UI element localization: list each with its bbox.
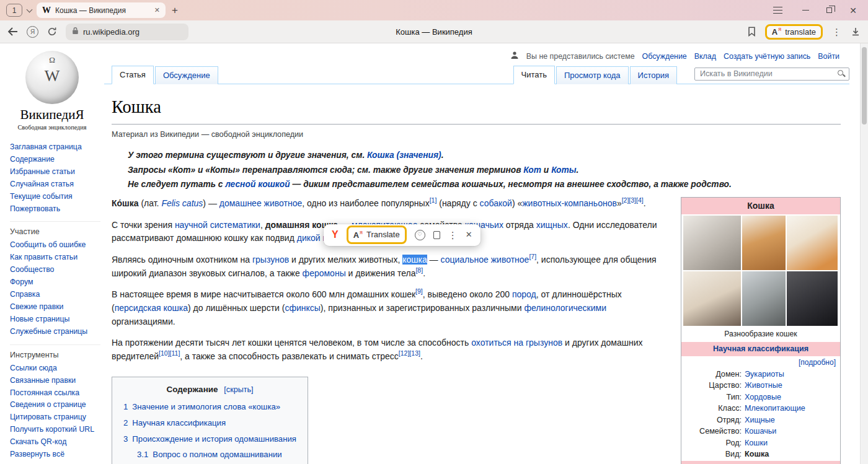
toc-item[interactable]: 3.1Вопрос о полном одомашнивании bbox=[137, 449, 296, 461]
taxon-link[interactable]: Эукариоты bbox=[745, 369, 784, 380]
popup-more-icon[interactable]: ⋮ bbox=[448, 230, 458, 240]
inline-link[interactable]: феромоны bbox=[303, 268, 346, 278]
sidebar-link-special-pages[interactable]: Служебные страницы bbox=[10, 326, 100, 336]
sidebar-link-current-events[interactable]: Текущие события bbox=[10, 191, 100, 201]
tab-read[interactable]: Читать bbox=[513, 66, 555, 84]
sidebar-link-qr-code[interactable]: Скачать QR-код bbox=[10, 437, 100, 447]
scrollbar-thumb[interactable] bbox=[862, 47, 867, 125]
sidebar-link-help[interactable]: Справка bbox=[10, 289, 100, 299]
sidebar-link-expand-all[interactable]: Развернуть всё bbox=[10, 449, 100, 459]
taxon-link[interactable]: Млекопитающие bbox=[745, 403, 805, 414]
chevron-down-icon[interactable] bbox=[27, 6, 33, 12]
new-tab-button[interactable]: + bbox=[172, 5, 178, 15]
taxon-link[interactable]: Животные bbox=[745, 380, 782, 391]
taxobox-details-link[interactable]: [подробно] bbox=[681, 356, 840, 368]
taxon-link[interactable]: Кошачьи bbox=[745, 426, 776, 437]
inline-link[interactable]: Коты bbox=[551, 165, 576, 175]
sidebar-link-community[interactable]: Сообщество bbox=[10, 265, 100, 274]
tab-close-icon[interactable]: ✕ bbox=[154, 6, 160, 14]
more-icon[interactable]: ⋮ bbox=[832, 27, 841, 37]
wikipedia-logo[interactable]: Ω W ВикипедиЯ Свободная энциклопедия bbox=[0, 51, 104, 131]
inline-link[interactable]: собакой bbox=[480, 198, 512, 208]
inline-link[interactable]: грызунов bbox=[252, 255, 289, 265]
reference-link[interactable]: [1] bbox=[430, 196, 437, 204]
popup-close-icon[interactable]: ✕ bbox=[466, 229, 472, 241]
inline-link[interactable]: сфинксы bbox=[285, 303, 320, 313]
personal-link-login[interactable]: Войти bbox=[818, 52, 839, 61]
inline-link[interactable]: персидская кошка bbox=[115, 303, 188, 313]
reload-icon[interactable] bbox=[47, 27, 57, 37]
copy-icon[interactable] bbox=[433, 231, 440, 239]
inline-link[interactable]: лесной кошкой bbox=[225, 180, 290, 189]
toc-item[interactable]: 2Научная классификация bbox=[123, 417, 296, 429]
reference-link[interactable]: [7] bbox=[529, 253, 536, 260]
address-bar[interactable]: ru.wikipedia.org bbox=[66, 24, 188, 40]
tab-history[interactable]: История bbox=[630, 66, 677, 84]
sidebar-link-new-pages[interactable]: Новые страницы bbox=[10, 314, 100, 324]
heart-circle-icon[interactable]: ♡ bbox=[415, 230, 425, 240]
personal-link-contributions[interactable]: Вклад bbox=[694, 52, 716, 61]
inline-link[interactable]: хищных bbox=[536, 220, 568, 230]
sidebar-link-report-error[interactable]: Сообщить об ошибке bbox=[10, 240, 100, 250]
toc-hide-link[interactable]: [скрыть] bbox=[224, 385, 253, 394]
reference-link[interactable]: [9] bbox=[415, 288, 423, 295]
taxon-link[interactable]: Хордовые bbox=[745, 392, 781, 403]
reference-link[interactable]: [8] bbox=[415, 266, 423, 274]
personal-link-create-account[interactable]: Создать учётную запись bbox=[724, 52, 810, 61]
search-icon[interactable] bbox=[838, 70, 843, 76]
sidebar-link-donate[interactable]: Пожертвовать bbox=[10, 204, 100, 214]
inline-link[interactable]: Кот bbox=[523, 165, 541, 175]
download-icon[interactable] bbox=[851, 27, 861, 37]
reference-link[interactable]: [10][11] bbox=[159, 349, 180, 357]
sidebar-link-page-info[interactable]: Сведения о странице bbox=[10, 400, 100, 409]
inline-link[interactable]: пород bbox=[512, 289, 536, 299]
restore-icon[interactable] bbox=[826, 7, 832, 13]
toolbar-translate-button[interactable]: Aя translate bbox=[765, 24, 823, 40]
popup-translate-button[interactable]: Aя Translate bbox=[347, 225, 407, 244]
sidebar-link-short-url[interactable]: Получить короткий URL bbox=[10, 424, 100, 434]
inline-link[interactable]: фелинологическими bbox=[524, 303, 606, 313]
taxon-link[interactable]: Кошки bbox=[745, 438, 768, 449]
black-cat-photo[interactable] bbox=[787, 271, 838, 326]
taxobox-classification-header[interactable]: Научная классификация bbox=[681, 342, 840, 356]
sidebar-link-related-changes[interactable]: Связанные правки bbox=[10, 375, 100, 385]
inline-link[interactable]: научной систематики bbox=[175, 220, 260, 230]
inline-link[interactable]: Felis catus bbox=[161, 198, 203, 208]
inline-link[interactable]: охотиться на грызунов bbox=[471, 338, 562, 348]
tab-view-source[interactable]: Просмотр кода bbox=[556, 66, 629, 84]
menu-icon[interactable] bbox=[773, 7, 782, 14]
page-scrollbar[interactable] bbox=[860, 43, 868, 464]
sidebar-link-forum[interactable]: Форум bbox=[10, 277, 100, 287]
taxon-link[interactable]: Хищные bbox=[745, 415, 775, 426]
bookmark-icon[interactable] bbox=[748, 27, 756, 37]
tabby-cat-photo[interactable] bbox=[742, 271, 786, 326]
yandex-logo-icon[interactable]: Y bbox=[332, 230, 339, 240]
toc-item[interactable]: 3Происхождение и история одомашнивания bbox=[123, 433, 296, 445]
inline-link[interactable]: социальное животное bbox=[441, 255, 529, 265]
sidebar-link-permanent-link[interactable]: Постоянная ссылка bbox=[10, 388, 100, 398]
inline-link[interactable]: Кошка (значения) bbox=[367, 151, 441, 160]
inline-link[interactable]: кошка bbox=[402, 255, 427, 265]
tab-discussion[interactable]: Обсуждение bbox=[155, 66, 218, 84]
sidebar-link-recent-changes[interactable]: Свежие правки bbox=[10, 302, 100, 312]
reference-link[interactable]: [12][13] bbox=[399, 349, 420, 357]
sidebar-link-contents[interactable]: Содержание bbox=[10, 154, 100, 164]
inline-link[interactable]: домашнее животное bbox=[219, 198, 302, 208]
search-input[interactable] bbox=[694, 68, 849, 81]
back-icon[interactable] bbox=[7, 27, 18, 36]
sidebar-link-random[interactable]: Случайная статья bbox=[10, 179, 100, 189]
reference-link[interactable]: [2][3][4] bbox=[622, 196, 644, 204]
window-close-icon[interactable]: ✕ bbox=[849, 6, 857, 15]
sidebar-link-what-links-here[interactable]: Ссылки сюда bbox=[10, 363, 100, 373]
tab-article[interactable]: Статья bbox=[112, 66, 154, 84]
toc-item[interactable]: 1Значение и этимология слова «кошка» bbox=[123, 401, 296, 413]
inline-link[interactable]: животных-компаньонов bbox=[522, 198, 617, 208]
sidebar-link-how-to-edit[interactable]: Как править статьи bbox=[10, 252, 100, 262]
sidebar-link-main-page[interactable]: Заглавная страница bbox=[10, 142, 100, 152]
minimize-icon[interactable] bbox=[802, 10, 809, 11]
yandex-home-icon[interactable]: Я bbox=[27, 26, 38, 38]
sidebar-link-cite-page[interactable]: Цитировать страницу bbox=[10, 412, 100, 422]
browser-tab[interactable]: W Кошка — Википедия ✕ bbox=[37, 2, 166, 18]
personal-link-talk[interactable]: Обсуждение bbox=[642, 52, 687, 61]
tab-counter-button[interactable]: 1 bbox=[6, 4, 22, 17]
